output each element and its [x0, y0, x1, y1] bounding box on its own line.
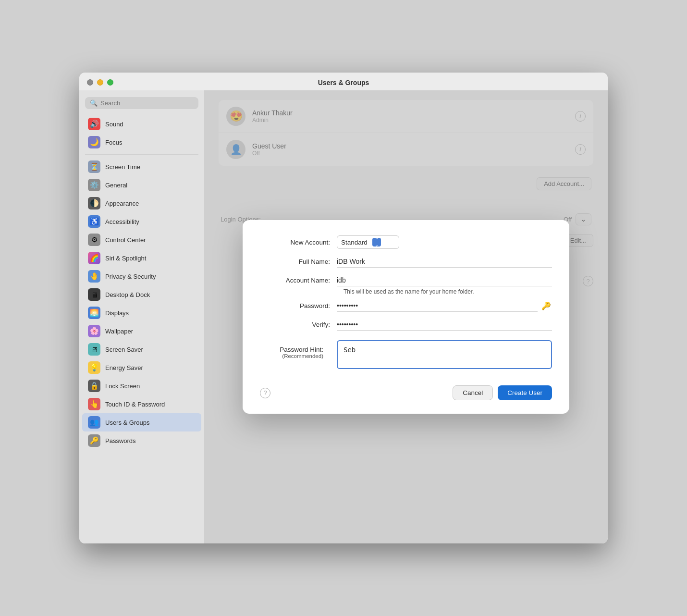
full-name-row: Full Name: [260, 256, 552, 268]
sidebar-item-focus[interactable]: 🌙Focus [82, 133, 201, 151]
sidebar-label-siri-spotlight: Siri & Spotlight [105, 255, 146, 262]
sidebar-label-focus: Focus [105, 139, 122, 146]
create-user-button[interactable]: Create User [498, 385, 552, 400]
touch-id-password-icon: 👆 [88, 398, 100, 410]
full-name-input[interactable] [337, 256, 552, 268]
sidebar: 🔍 🔊Sound🌙Focus⏳Screen Time⚙️General🌓Appe… [79, 90, 204, 543]
sidebar-items-container: 🔊Sound🌙Focus⏳Screen Time⚙️General🌓Appear… [79, 115, 204, 450]
sidebar-item-lock-screen[interactable]: 🔒Lock Screen [82, 377, 201, 395]
sidebar-item-privacy-security[interactable]: 🤚Privacy & Security [82, 267, 201, 285]
sidebar-label-passwords: Passwords [105, 437, 136, 444]
modal-overlay: New Account: Standard ⌃⌄ Full Name: [204, 90, 608, 543]
passwords-icon: 🔑 [88, 434, 100, 447]
content-area: 😍 Ankur Thakur Admin i 👤 Guest User Off … [204, 90, 608, 543]
displays-icon: 🌅 [88, 307, 100, 319]
sidebar-label-lock-screen: Lock Screen [105, 382, 140, 390]
close-button[interactable] [87, 79, 93, 86]
sound-icon: 🔊 [88, 118, 100, 130]
verify-row: Verify: [260, 319, 552, 331]
verify-input[interactable] [337, 319, 552, 331]
control-center-icon: ⚙ [88, 234, 100, 246]
general-icon: ⚙️ [88, 179, 100, 191]
sidebar-label-energy-saver: Energy Saver [105, 364, 143, 371]
desktop-dock-icon: 🖥 [88, 288, 100, 301]
sidebar-item-accessibility[interactable]: ♿Accessibility [82, 212, 201, 231]
sidebar-label-touch-id-password: Touch ID & Password [105, 401, 165, 408]
account-name-input[interactable] [337, 274, 552, 286]
account-name-hint: This will be used as the name for your h… [344, 288, 552, 295]
account-name-row: Account Name: [260, 274, 552, 286]
minimize-button[interactable] [97, 79, 103, 86]
password-hint-input[interactable] [337, 340, 552, 369]
new-account-label: New Account: [260, 239, 337, 246]
energy-saver-icon: 💡 [88, 361, 100, 374]
sidebar-item-displays[interactable]: 🌅Displays [82, 304, 201, 322]
new-account-row: New Account: Standard ⌃⌄ [260, 235, 552, 249]
main-layout: 🔍 🔊Sound🌙Focus⏳Screen Time⚙️General🌓Appe… [79, 90, 608, 543]
sidebar-item-siri-spotlight[interactable]: 🌈Siri & Spotlight [82, 249, 201, 267]
title-bar: Users & Groups [79, 73, 608, 90]
maximize-button[interactable] [107, 79, 113, 86]
accessibility-icon: ♿ [88, 215, 100, 228]
password-hint-sublabel: (Recommended) [253, 353, 330, 359]
sidebar-label-wallpaper: Wallpaper [105, 328, 133, 335]
modal-help-button[interactable]: ? [260, 388, 270, 398]
password-key-icon[interactable]: 🔑 [540, 300, 552, 311]
password-input[interactable] [337, 300, 538, 312]
sidebar-label-appearance: Appearance [105, 200, 139, 207]
new-account-modal: New Account: Standard ⌃⌄ Full Name: [243, 220, 569, 414]
cancel-button[interactable]: Cancel [453, 385, 493, 400]
sidebar-item-sound[interactable]: 🔊Sound [82, 115, 201, 133]
sidebar-item-wallpaper[interactable]: 🌸Wallpaper [82, 322, 201, 340]
new-account-dropdown[interactable]: Standard ⌃⌄ [337, 235, 399, 249]
sidebar-divider-1 [85, 154, 198, 155]
password-row-inner: 🔑 [337, 300, 552, 312]
search-icon: 🔍 [90, 99, 98, 107]
appearance-icon: 🌓 [88, 197, 100, 209]
sidebar-item-screen-saver[interactable]: 🖥Screen Saver [82, 340, 201, 358]
privacy-security-icon: 🤚 [88, 270, 100, 283]
sidebar-item-control-center[interactable]: ⚙Control Center [82, 231, 201, 249]
lock-screen-icon: 🔒 [88, 380, 100, 392]
sidebar-label-users-groups: Users & Groups [105, 419, 149, 426]
new-account-value: Standard [341, 239, 368, 246]
traffic-lights [87, 79, 113, 86]
sidebar-item-screen-time[interactable]: ⏳Screen Time [82, 158, 201, 176]
verify-label: Verify: [260, 321, 337, 328]
hint-label-block: Password Hint: (Recommended) [260, 340, 337, 359]
search-input[interactable] [100, 99, 194, 107]
sidebar-item-energy-saver[interactable]: 💡Energy Saver [82, 358, 201, 377]
sidebar-label-screen-time: Screen Time [105, 163, 140, 171]
password-row: Password: 🔑 [260, 300, 552, 312]
sidebar-label-screen-saver: Screen Saver [105, 346, 143, 353]
dropdown-arrow-icon: ⌃⌄ [372, 238, 381, 246]
password-hint-row: Password Hint: (Recommended) [260, 340, 552, 369]
users-groups-icon: 👥 [88, 416, 100, 429]
modal-footer: ? Cancel Create User [260, 385, 552, 400]
sidebar-item-general[interactable]: ⚙️General [82, 176, 201, 194]
sidebar-item-appearance[interactable]: 🌓Appearance [82, 194, 201, 212]
search-box[interactable]: 🔍 [85, 97, 198, 109]
window-title: Users & Groups [318, 79, 369, 86]
siri-spotlight-icon: 🌈 [88, 252, 100, 264]
main-window: Users & Groups 🔍 🔊Sound🌙Focus⏳Screen Tim… [79, 73, 608, 543]
password-label: Password: [260, 302, 337, 309]
full-name-label: Full Name: [260, 258, 337, 265]
sidebar-label-sound: Sound [105, 121, 123, 128]
sidebar-item-passwords[interactable]: 🔑Passwords [82, 431, 201, 450]
sidebar-label-privacy-security: Privacy & Security [105, 273, 156, 280]
screen-time-icon: ⏳ [88, 160, 100, 173]
sidebar-label-accessibility: Accessibility [105, 218, 139, 225]
modal-form: New Account: Standard ⌃⌄ Full Name: [260, 235, 552, 376]
sidebar-item-desktop-dock[interactable]: 🖥Desktop & Dock [82, 285, 201, 304]
sidebar-label-desktop-dock: Desktop & Dock [105, 291, 150, 298]
wallpaper-icon: 🌸 [88, 325, 100, 337]
sidebar-label-displays: Displays [105, 309, 129, 317]
sidebar-item-touch-id-password[interactable]: 👆Touch ID & Password [82, 395, 201, 413]
sidebar-label-general: General [105, 182, 127, 189]
account-name-label: Account Name: [260, 277, 337, 284]
screen-saver-icon: 🖥 [88, 343, 100, 356]
sidebar-label-control-center: Control Center [105, 236, 146, 244]
sidebar-item-users-groups[interactable]: 👥Users & Groups [82, 413, 201, 431]
modal-footer-buttons: Cancel Create User [453, 385, 552, 400]
